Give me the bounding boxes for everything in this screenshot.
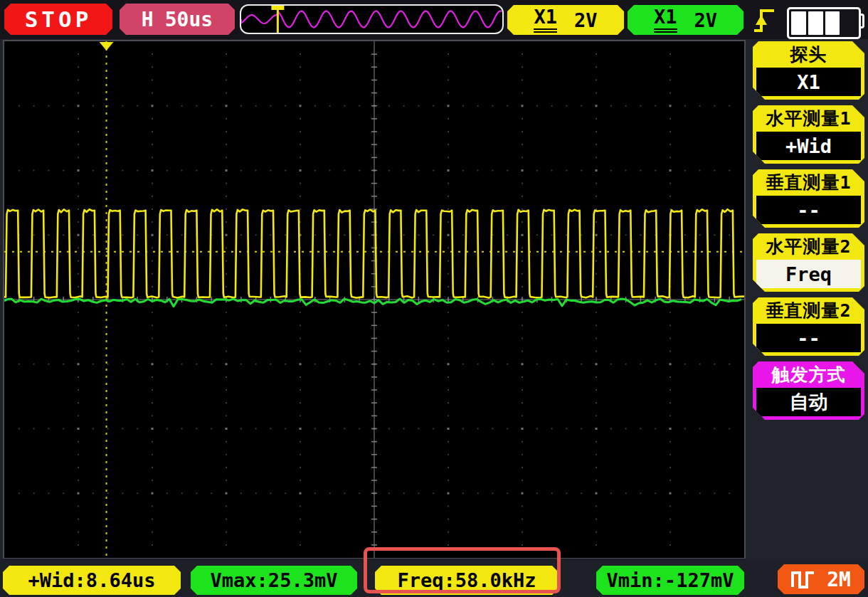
menu-item-value: +Wid bbox=[756, 132, 861, 160]
square-wave-icon bbox=[791, 570, 815, 588]
menu-item-value: Freq bbox=[756, 260, 861, 288]
sidebar-menu-item-4[interactable]: 水平测量2 Freq bbox=[753, 233, 864, 292]
measurement-text: Freq:58.0kHz bbox=[397, 569, 536, 591]
menu-item-value: X1 bbox=[756, 68, 861, 96]
menu-item-label: 探头 bbox=[753, 41, 864, 68]
menu-item-label: 触发方式 bbox=[753, 361, 864, 388]
sidebar-menu-item-5[interactable]: 垂直测量2 -- bbox=[753, 297, 864, 356]
menu-item-value: -- bbox=[756, 324, 861, 352]
measurement-badge-3: Freq:58.0kHz bbox=[375, 566, 559, 595]
timebase-value: 50us bbox=[165, 8, 213, 31]
trigger-slope-icon[interactable] bbox=[751, 5, 777, 33]
sidebar-menu-item-6[interactable]: 触发方式 自动 bbox=[753, 361, 864, 420]
sidebar-menu-item-3[interactable]: 垂直测量1 -- bbox=[753, 169, 864, 228]
channel2-scale-badge[interactable]: X1 2V bbox=[628, 5, 743, 35]
waveform-display bbox=[3, 40, 746, 559]
measurement-badge-4: Vmin:-127mV bbox=[596, 566, 744, 595]
memory-depth-badge[interactable]: 2M bbox=[778, 564, 864, 594]
channel1-volts-per-div: 2V bbox=[574, 9, 598, 31]
channel1-probe: X1 bbox=[534, 7, 557, 32]
battery-segment bbox=[808, 11, 823, 35]
run-state-badge[interactable]: STOP bbox=[4, 4, 112, 35]
sidebar-menu-item-1[interactable]: 探头 X1 bbox=[753, 41, 864, 100]
preview-waveform bbox=[241, 6, 502, 33]
oscilloscope-screen: STOP H 50us X1 2V X1 2V 探头 X1 bbox=[0, 0, 868, 597]
measurement-badge-2: Vmax:25.3mV bbox=[191, 566, 357, 595]
channel2-probe: X1 bbox=[654, 7, 677, 32]
menu-item-label: 垂直测量1 bbox=[753, 169, 864, 196]
battery-segment bbox=[842, 11, 857, 35]
battery-icon bbox=[787, 7, 861, 39]
measurement-badge-1: +Wid:8.64us bbox=[3, 566, 181, 595]
measurement-text: Vmin:-127mV bbox=[607, 569, 734, 591]
measurement-text: Vmax:25.3mV bbox=[211, 569, 338, 591]
sidebar-menu-item-2[interactable]: 水平测量1 +Wid bbox=[753, 105, 864, 164]
timebase-badge[interactable]: H 50us bbox=[120, 4, 235, 35]
timebase-label: H bbox=[142, 8, 154, 31]
measurement-bar: +Wid:8.64us Vmax:25.3mV Freq:58.0kHz Vmi… bbox=[0, 559, 868, 597]
top-status-bar: STOP H 50us X1 2V X1 2V bbox=[0, 0, 868, 39]
channel2-volts-per-div: 2V bbox=[694, 9, 718, 31]
acquisition-preview-strip[interactable] bbox=[240, 4, 504, 34]
menu-item-value: 自动 bbox=[756, 388, 861, 416]
menu-item-value: -- bbox=[756, 196, 861, 224]
battery-nub bbox=[859, 14, 864, 28]
battery-segment bbox=[825, 11, 840, 35]
waveform-plot bbox=[4, 41, 744, 558]
menu-item-label: 垂直测量2 bbox=[753, 297, 864, 324]
menu-item-label: 水平测量2 bbox=[753, 233, 864, 260]
memory-depth-value: 2M bbox=[827, 568, 851, 591]
measurement-text: +Wid:8.64us bbox=[28, 569, 156, 591]
channel1-scale-badge[interactable]: X1 2V bbox=[507, 5, 624, 35]
battery-segment bbox=[791, 11, 806, 35]
menu-item-label: 水平测量1 bbox=[753, 105, 864, 132]
